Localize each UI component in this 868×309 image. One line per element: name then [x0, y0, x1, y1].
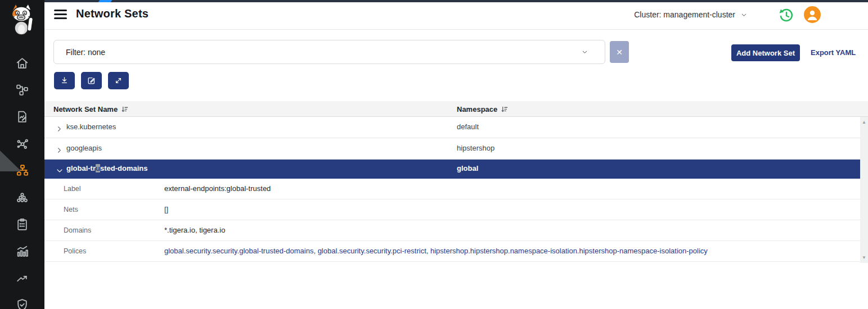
detail-row-domains: Domains *.tigera.io, tigera.io: [44, 220, 860, 241]
column-header-namespace[interactable]: Namespace: [457, 101, 508, 117]
detail-row-nets: Nets []: [44, 199, 860, 220]
shield-check-icon: [15, 298, 29, 309]
table-row-selected[interactable]: global-trusted-domains global: [44, 160, 860, 179]
namespace: default: [457, 122, 479, 131]
sort-icon: [501, 106, 508, 113]
scroll-up-icon[interactable]: ▲: [860, 120, 868, 125]
cluster-label: Cluster: management-cluster: [634, 10, 735, 19]
network-set-name: googleapis: [66, 144, 102, 152]
sidebar: [0, 0, 44, 309]
detail-row-polices: Polices global.security.security.global-…: [44, 241, 860, 262]
chevron-right-icon[interactable]: [56, 124, 62, 134]
user-avatar[interactable]: [804, 6, 821, 23]
calico-cat-logo: [8, 3, 36, 35]
network-set-name: kse.kubernetes: [66, 122, 116, 131]
clear-filter-button[interactable]: ✕: [610, 41, 629, 63]
add-network-set-button[interactable]: Add Network Set: [731, 44, 800, 61]
policy-document-icon: [15, 110, 29, 124]
filter-dropdown[interactable]: Filter: none: [53, 40, 605, 64]
topbar: Network Sets Cluster: management-cluster: [44, 2, 868, 30]
sidebar-item-activity[interactable]: [0, 269, 44, 288]
trending-up-icon: [15, 271, 29, 285]
column-header-name[interactable]: Network Set Name: [53, 101, 128, 117]
table-header: Network Set Name Namespace: [44, 101, 868, 117]
table-row[interactable]: kse.kubernetes default: [44, 117, 860, 138]
chevron-down-icon[interactable]: [56, 166, 63, 176]
service-graph-icon: [15, 83, 29, 97]
detail-row-label: Label external-endpoints:global-trusted: [44, 179, 860, 199]
vertical-scrollbar[interactable]: ▲ ▼: [860, 117, 868, 263]
page-title: Network Sets: [76, 7, 149, 20]
history-icon[interactable]: [777, 7, 794, 24]
page: Network Sets Cluster: management-cluster…: [0, 0, 868, 309]
cluster-selector[interactable]: Cluster: management-cluster: [634, 10, 747, 19]
sidebar-item-dashboard[interactable]: [0, 242, 44, 261]
chevron-down-icon: [741, 12, 747, 18]
clipboard-icon: [15, 217, 29, 231]
expand-button[interactable]: [108, 72, 129, 89]
sidebar-item-policies[interactable]: [0, 107, 44, 126]
download-button[interactable]: [54, 72, 75, 89]
export-yaml-link[interactable]: Export YAML: [811, 48, 856, 57]
filter-value: Filter: none: [66, 48, 105, 57]
sidebar-item-home[interactable]: [0, 53, 44, 72]
stats-chart-icon: [15, 244, 29, 258]
sidebar-item-security[interactable]: [0, 295, 44, 309]
home-icon: [15, 56, 29, 70]
chevron-right-icon[interactable]: [56, 146, 62, 156]
network-set-name: global-trusted-domains: [66, 164, 147, 172]
edit-button[interactable]: [81, 72, 102, 89]
expand-arrows-icon: [114, 76, 123, 85]
namespace: global: [457, 164, 478, 172]
edit-pencil-icon: [87, 76, 96, 85]
download-icon: [60, 76, 69, 85]
sidebar-item-service-graph[interactable]: [0, 80, 44, 99]
text-cursor: u: [96, 164, 100, 172]
sidebar-item-endpoints[interactable]: [0, 188, 44, 207]
person-icon: [804, 6, 821, 23]
namespace: hipstershop: [457, 144, 494, 152]
table-row[interactable]: googleapis hipstershop: [44, 138, 860, 160]
connected-nodes-icon: [15, 137, 29, 151]
sort-icon: [121, 106, 128, 113]
scroll-down-icon[interactable]: ▼: [860, 255, 868, 260]
chevron-down-icon: [582, 49, 588, 55]
sidebar-item-network-graph[interactable]: [0, 134, 44, 153]
sidebar-item-compliance[interactable]: [0, 215, 44, 234]
hamburger-menu-icon[interactable]: [54, 10, 67, 20]
endpoints-cluster-icon: [15, 191, 29, 205]
